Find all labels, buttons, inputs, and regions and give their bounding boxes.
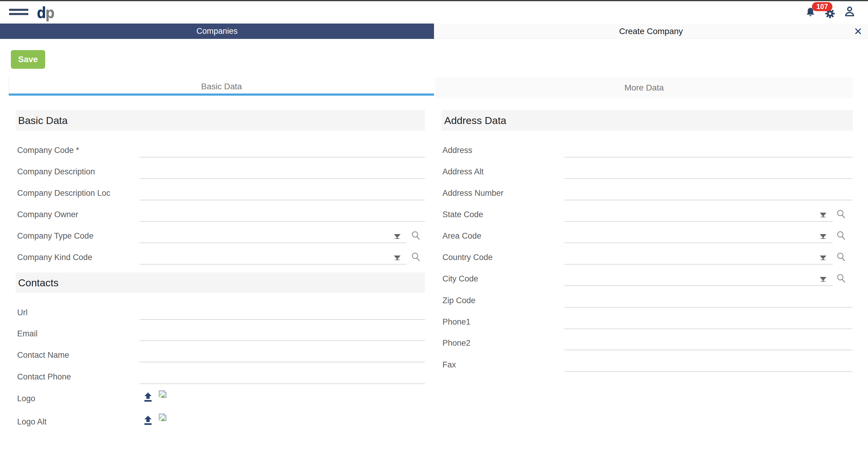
section-title-address-data: Address Data [442,110,853,130]
form-row-company-kind-code: Company Kind Code [17,250,443,265]
company-type-code-input[interactable] [140,231,407,243]
form-row-logo: Logo [17,391,443,406]
field-label-logo-alt: Logo Alt [17,414,47,429]
url-input[interactable] [140,308,425,320]
form-row-logo-alt: Logo Alt [17,414,443,429]
form-row-state-code: State Code [442,207,868,222]
email-input[interactable] [140,329,425,341]
form-row-company-code: Company Code * [17,143,443,157]
field-label-email: Email [17,326,38,341]
search-icon[interactable] [836,273,847,284]
tab-more-data[interactable]: More Data [435,77,853,98]
top-bar: dp 107 [0,1,868,24]
form-row-area-code: Area Code [442,229,868,243]
tab-companies[interactable]: Companies [0,24,434,39]
broken-image-icon [158,390,167,399]
logo-letter-d: d [37,4,45,22]
view-tab-bar: Companies Create Company [0,24,868,39]
field-label-zip-code: Zip Code [442,293,475,308]
fax-input[interactable] [564,360,852,372]
form-row-contact-phone: Contact Phone [17,370,443,384]
phone1-input[interactable] [564,317,852,329]
dropdown-arrow-icon[interactable] [820,234,827,239]
field-label-company-kind-code: Company Kind Code [17,250,92,265]
company-owner-input[interactable] [140,210,425,222]
app-logo[interactable]: dp [37,4,64,22]
search-icon[interactable] [836,252,847,263]
form-row-address-alt: Address Alt [442,165,868,179]
form-row-company-type-code: Company Type Code [17,229,443,243]
menu-bar [9,13,28,15]
logo-letter-p: p [45,4,54,22]
form-row-phone2: Phone2 [442,336,868,350]
search-icon[interactable] [836,231,847,241]
zip-code-input[interactable] [564,296,852,308]
field-label-company-owner: Company Owner [17,207,79,222]
address-number-input[interactable] [564,188,852,200]
form-row-email: Email [17,326,443,341]
field-label-area-code: Area Code [442,229,481,243]
user-profile-icon[interactable] [844,6,855,18]
upload-icon[interactable] [144,415,152,425]
field-label-address-alt: Address Alt [442,165,484,179]
form-row-address-number: Address Number [442,186,868,200]
notification-count-badge: 107 [812,2,832,11]
form-row-phone1: Phone1 [442,315,868,329]
menu-icon[interactable] [9,8,28,16]
form-row-url: Url [17,305,443,320]
field-label-state-code: State Code [442,207,483,222]
active-tab-underline [9,93,434,96]
dropdown-arrow-icon[interactable] [820,277,827,282]
field-label-company-code: Company Code * [17,143,79,157]
form-row-company-description-loc: Company Description Loc [17,186,443,200]
menu-bar [9,9,28,11]
field-label-url: Url [17,305,28,320]
field-label-phone2: Phone2 [442,336,470,350]
form-row-address: Address [442,143,868,157]
search-icon[interactable] [411,252,422,263]
section-title-basic-data: Basic Data [16,110,425,130]
form-row-company-description: Company Description [17,165,443,179]
contact-phone-input[interactable] [140,372,425,384]
address-alt-input[interactable] [564,167,852,179]
form-row-zip-code: Zip Code [442,293,868,308]
contact-name-input[interactable] [140,350,425,362]
close-icon[interactable]: ✕ [850,24,866,39]
field-label-address: Address [442,143,472,157]
address-input[interactable] [564,145,852,157]
form-row-fax: Fax [442,357,868,372]
field-label-phone1: Phone1 [442,315,470,329]
phone2-input[interactable] [564,338,852,350]
tab-create-company[interactable]: Create Company [434,24,868,39]
dropdown-arrow-icon[interactable] [820,256,827,260]
search-icon[interactable] [836,209,847,220]
form-row-contact-name: Contact Name [17,348,443,362]
state-code-input[interactable] [564,210,833,222]
field-label-logo: Logo [17,391,35,406]
company-description-loc-input[interactable] [140,188,425,200]
tab-basic-data[interactable]: Basic Data [9,77,434,96]
form-row-company-owner: Company Owner [17,207,443,222]
field-label-company-type-code: Company Type Code [17,229,93,243]
dropdown-arrow-icon[interactable] [820,213,827,217]
field-label-country-code: Country Code [442,250,493,265]
form-row-country-code: Country Code [442,250,868,265]
app-window: dp 107 [0,0,868,470]
search-icon[interactable] [411,231,422,241]
city-code-input[interactable] [564,274,833,286]
field-label-contact-phone: Contact Phone [17,370,71,384]
field-label-contact-name: Contact Name [17,348,69,362]
field-label-fax: Fax [442,357,456,372]
company-code-input[interactable] [140,145,425,157]
upload-icon[interactable] [144,392,152,402]
form-row-city-code: City Code [442,271,868,286]
area-code-input[interactable] [564,231,833,243]
field-label-company-description-loc: Company Description Loc [17,186,110,200]
company-description-input[interactable] [140,167,425,179]
company-kind-code-input[interactable] [140,253,407,265]
dropdown-arrow-icon[interactable] [394,234,401,239]
dropdown-arrow-icon[interactable] [394,256,401,260]
section-title-contacts: Contacts [16,272,425,293]
country-code-input[interactable] [564,253,833,265]
save-button[interactable]: Save [11,50,45,69]
